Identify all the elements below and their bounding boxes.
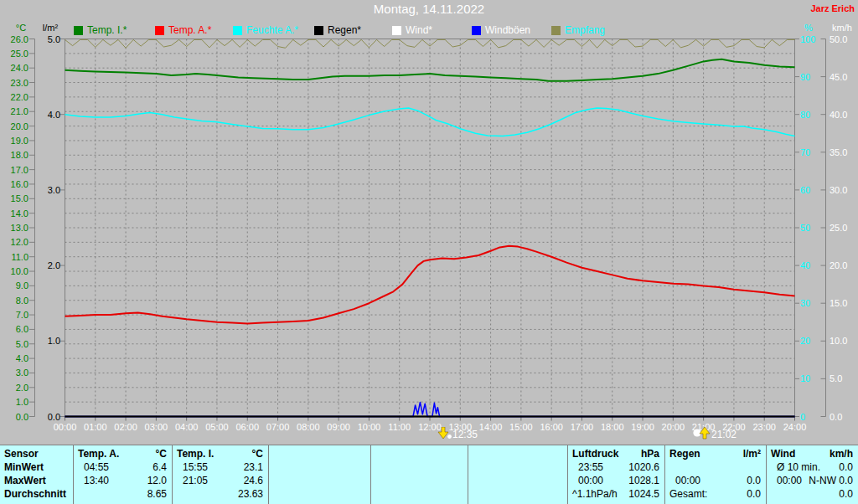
x-axis-label: 24:00 xyxy=(778,422,812,432)
max-time: 00:00 xyxy=(665,475,700,488)
table-row-labels: Sensor MinWert MaxWert Durchschnitt xyxy=(0,445,74,504)
table-col-luftdruck: LuftdruckhPa 23:551020.6 00:001028.1 ^1.… xyxy=(568,445,665,504)
wind-axis-label: 5.0 xyxy=(830,374,842,383)
min-value: 1020.6 xyxy=(628,461,664,475)
min-time: 04:55 xyxy=(74,461,109,475)
temp-axis-label: 19.0 xyxy=(3,136,28,146)
temp-axis-label: 15.0 xyxy=(3,194,28,203)
humidity-axis-label: 90 xyxy=(800,73,810,82)
x-axis-label: 14:00 xyxy=(474,422,508,432)
max-value: 12.0 xyxy=(147,475,172,488)
avg-value: 0.0 xyxy=(839,488,858,501)
temp-axis-label: 18.0 xyxy=(3,151,28,160)
wind-axis-label: 20.0 xyxy=(830,261,847,270)
col-unit: °C xyxy=(252,448,268,461)
min-time xyxy=(665,461,675,475)
temp-axis-label: 9.0 xyxy=(3,281,28,291)
temp-axis-label: 20.0 xyxy=(3,122,28,131)
humidity-axis-label: 60 xyxy=(800,186,810,195)
min-value: 0.0 xyxy=(839,461,858,475)
avg-label xyxy=(74,488,78,501)
col-name: Regen xyxy=(665,448,700,461)
avg-label: ^1.1hPa/h xyxy=(568,488,618,501)
row-label-maxwert: MaxWert xyxy=(0,475,46,488)
x-axis-label: 08:00 xyxy=(292,422,325,432)
avg-value: 8.65 xyxy=(147,488,172,501)
wind-axis-label: 40.0 xyxy=(830,111,847,120)
wind-axis-label: 25.0 xyxy=(830,224,847,233)
humidity-axis-label: 10 xyxy=(800,374,810,383)
x-axis-label: 09:00 xyxy=(322,422,355,432)
temp-axis-label: 0.0 xyxy=(3,413,28,422)
temp-axis-label: 3.0 xyxy=(3,368,28,378)
max-value: 0.0 xyxy=(747,475,766,488)
table-col-wind: Windkm/h Ø 10 min.0.0 00:00N-NW 0.0 0.0 xyxy=(767,445,858,504)
humidity-axis-label: 30 xyxy=(800,299,810,308)
avg-value: 23.63 xyxy=(238,488,268,501)
humidity-axis-label: 20 xyxy=(800,337,810,346)
humidity-axis-label: 50 xyxy=(800,224,810,233)
temp-axis-label: 16.0 xyxy=(3,180,28,189)
min-value: 6.4 xyxy=(152,461,172,475)
avg-label xyxy=(173,488,177,501)
temp-axis-label: 24.0 xyxy=(3,64,28,73)
x-axis-label: 10:00 xyxy=(352,422,385,432)
x-axis-label: 03:00 xyxy=(139,422,173,432)
min-value: 23.1 xyxy=(244,461,268,475)
wind-axis-label: 35.0 xyxy=(830,148,847,157)
temp-axis-label: 21.0 xyxy=(3,107,28,116)
x-axis-label: 11:00 xyxy=(383,422,416,432)
moon-set-time: 12:35 xyxy=(452,429,478,440)
temp-axis-label: 6.0 xyxy=(3,325,28,334)
temp-axis-label: 12.0 xyxy=(3,238,28,247)
temp-axis-label: 23.0 xyxy=(3,79,28,88)
col-unit: hPa xyxy=(641,448,664,461)
max-value: 24.6 xyxy=(244,475,268,488)
max-time: 00:00 xyxy=(568,475,603,488)
col-name: Temp. I. xyxy=(173,448,214,461)
col-unit: l/m² xyxy=(743,448,766,461)
min-time: 15:55 xyxy=(173,461,208,475)
avg-label: Gesamt: xyxy=(665,488,707,501)
row-label-minwert: MinWert xyxy=(0,461,44,475)
x-axis-label: 17:00 xyxy=(565,422,598,432)
max-time: 13:40 xyxy=(74,475,109,488)
rain-axis-label: 3.0 xyxy=(35,186,60,195)
temp-axis-label: 14.0 xyxy=(3,209,28,219)
max-value: N-NW 0.0 xyxy=(809,475,858,488)
temp-axis-label: 1.0 xyxy=(3,398,28,407)
x-axis-label: 04:00 xyxy=(170,422,204,432)
avg-value: 1024.5 xyxy=(628,488,664,501)
max-time: 00:00 xyxy=(767,475,802,488)
temp-axis-label: 26.0 xyxy=(3,35,28,44)
humidity-axis-label: 70 xyxy=(800,148,810,157)
x-axis-label: 20:00 xyxy=(656,422,690,432)
x-axis-label: 18:00 xyxy=(596,422,629,432)
table-col-empty-2 xyxy=(371,445,468,504)
x-axis-label: 16:00 xyxy=(535,422,568,432)
temp-axis-label: 8.0 xyxy=(3,296,28,306)
wind-axis-label: 50.0 xyxy=(830,35,847,44)
col-unit: km/h xyxy=(830,448,858,461)
table-col-regen: Regenl/m² 00:000.0 Gesamt:0.0 xyxy=(665,445,767,504)
avg-value: 0.0 xyxy=(747,488,766,501)
x-axis-label: 07:00 xyxy=(261,422,295,432)
temp-axis-label: 10.0 xyxy=(3,267,28,276)
table-col-temp-aussen: Temp. A.°C 04:556.4 13:4012.0 8.65 xyxy=(74,445,173,504)
x-axis-label: 06:00 xyxy=(230,422,264,432)
x-axis-label: 00:00 xyxy=(49,422,82,432)
col-name: Temp. A. xyxy=(74,448,119,461)
wind-axis-label: 30.0 xyxy=(830,186,847,195)
x-axis-label: 15:00 xyxy=(504,422,538,432)
moon-set-icon xyxy=(437,427,453,444)
chart-plot xyxy=(0,0,858,445)
col-name: Luftdruck xyxy=(568,448,618,461)
col-name: Wind xyxy=(767,448,795,461)
rain-axis-label: 0.0 xyxy=(35,413,60,422)
temp-axis-label: 5.0 xyxy=(3,340,28,349)
table-col-empty-1 xyxy=(269,445,371,504)
humidity-axis-label: 0 xyxy=(800,413,805,422)
max-value: 1028.1 xyxy=(628,475,664,488)
x-axis-label: 05:00 xyxy=(200,422,234,432)
x-axis-label: 01:00 xyxy=(79,422,112,432)
